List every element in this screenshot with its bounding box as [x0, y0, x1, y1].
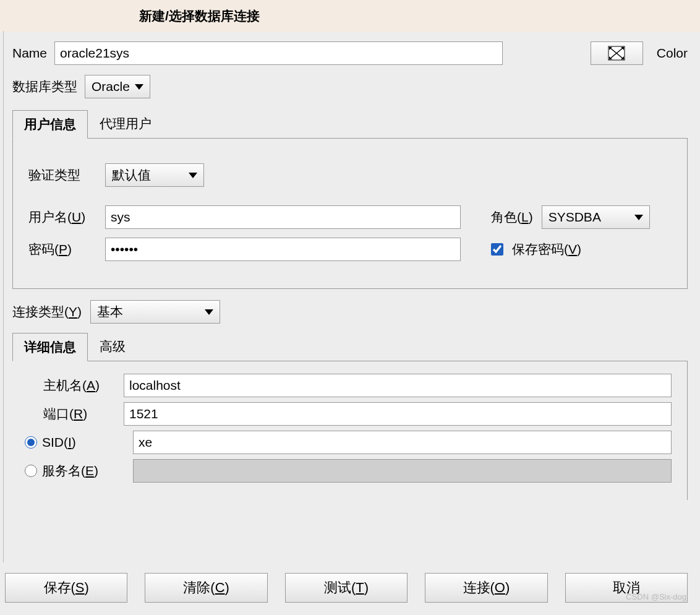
left-divider — [3, 31, 4, 562]
button-bar: 保存(S) 清除(C) 测试(T) 连接(O) 取消 — [5, 573, 688, 603]
role-label: 角色(L) — [491, 209, 533, 226]
details-tabs: 详细信息 高级 — [12, 332, 688, 361]
db-type-dropdown[interactable]: Oracle — [85, 75, 150, 98]
sid-radio[interactable] — [25, 436, 37, 449]
watermark: CSDN @Six-dog — [626, 592, 686, 601]
connection-type-dropdown[interactable]: 基本 — [90, 300, 220, 324]
sid-label: SID(I) — [42, 435, 76, 450]
test-button[interactable]: 测试(T) — [285, 573, 408, 603]
dialog-title: 新建/选择数据库连接 — [0, 0, 700, 32]
connect-button[interactable]: 连接(O) — [425, 573, 547, 603]
tab-user-info[interactable]: 用户信息 — [12, 110, 88, 139]
host-input[interactable] — [124, 374, 672, 397]
role-dropdown[interactable]: SYSDBA — [542, 205, 650, 229]
chevron-down-icon — [634, 215, 643, 220]
save-password-checkbox[interactable] — [491, 243, 503, 256]
connection-type-value: 基本 — [97, 303, 123, 320]
chevron-down-icon — [189, 173, 197, 178]
user-info-panel: 验证类型 默认值 用户名(U) 角色(L) SYSDBA — [12, 138, 688, 289]
color-picker-button[interactable] — [591, 41, 643, 65]
auth-type-label: 验证类型 — [28, 166, 96, 184]
role-value: SYSDBA — [548, 210, 601, 225]
clear-button[interactable]: 清除(C) — [145, 573, 267, 603]
db-type-label: 数据库类型 — [12, 78, 77, 95]
username-label: 用户名(U) — [28, 209, 96, 226]
details-panel: 主机名(A) 端口(R) SID(I) 服务名(E) — [12, 361, 688, 500]
db-type-value: Oracle — [92, 79, 130, 94]
port-input[interactable] — [124, 402, 672, 426]
tab-details[interactable]: 详细信息 — [12, 333, 88, 361]
color-label: Color — [657, 46, 688, 61]
connection-type-label: 连接类型(Y) — [12, 303, 82, 320]
tab-proxy-user[interactable]: 代理用户 — [88, 110, 163, 138]
port-label: 端口(R) — [25, 405, 117, 423]
name-label: Name — [12, 46, 47, 61]
chevron-down-icon — [135, 84, 143, 90]
password-input[interactable] — [105, 238, 461, 261]
username-input[interactable] — [105, 205, 461, 229]
host-label: 主机名(A) — [25, 377, 117, 394]
tab-advanced[interactable]: 高级 — [88, 332, 137, 361]
chevron-down-icon — [205, 309, 213, 315]
service-name-label: 服务名(E) — [42, 462, 98, 480]
name-input[interactable] — [54, 41, 503, 65]
save-button[interactable]: 保存(S) — [5, 573, 127, 603]
password-label: 密码(P) — [28, 241, 96, 258]
user-tabs: 用户信息 代理用户 — [12, 110, 688, 138]
service-name-radio[interactable] — [25, 465, 37, 477]
service-name-input — [133, 459, 672, 483]
sid-input[interactable] — [133, 431, 672, 454]
auth-type-value: 默认值 — [112, 166, 151, 184]
save-password-label: 保存密码(V) — [512, 241, 581, 258]
color-swatch-icon — [608, 46, 625, 61]
auth-type-dropdown[interactable]: 默认值 — [105, 163, 204, 187]
